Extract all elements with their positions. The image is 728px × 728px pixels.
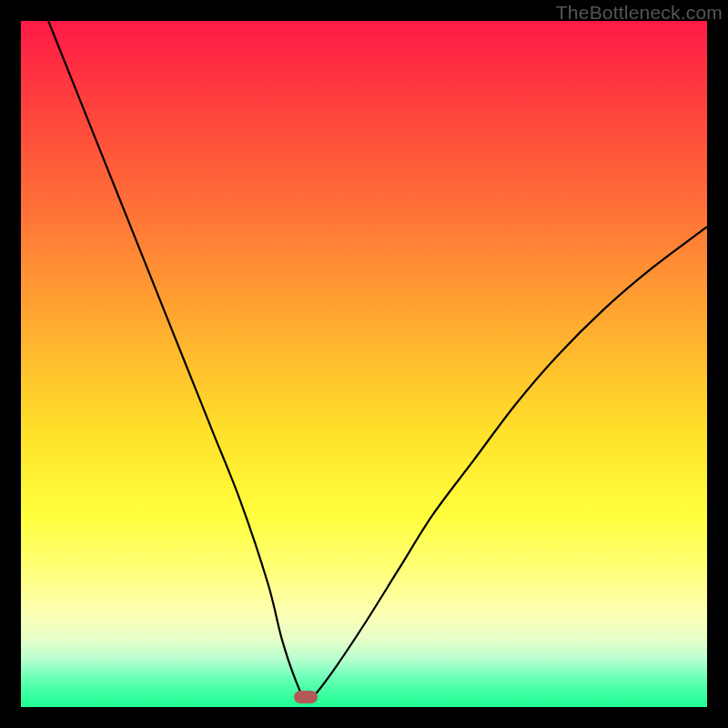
chart-frame: TheBottleneck.com	[0, 0, 728, 728]
plot-area	[21, 21, 707, 707]
bottleneck-curve	[48, 21, 707, 701]
curve-svg	[21, 21, 707, 707]
minimum-marker	[294, 691, 318, 703]
